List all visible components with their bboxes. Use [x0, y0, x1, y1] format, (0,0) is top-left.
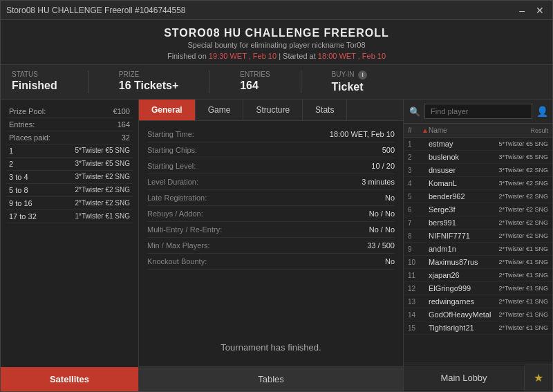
table-row[interactable]: 15 Tightisright21 2*Twister €1 SNG: [404, 321, 552, 335]
table-row[interactable]: 9 andm1n 2*Twister €1 SNG: [404, 243, 552, 256]
started-time: 18:00 WET , Feb 10: [318, 52, 386, 60]
tournament-dates: Finished on 19:30 WET , Feb 10 | Started…: [1, 52, 552, 60]
list-item: Starting Time:18:00 WET, Feb 10: [147, 127, 395, 142]
list-item: Rebuys / Addon:No / No: [147, 206, 395, 222]
finished-label: Finished on: [167, 52, 207, 60]
table-row[interactable]: 4 KomanL 3*Twister €2 SNG: [404, 177, 552, 190]
table-row[interactable]: 8 NIFNIF7771 2*Twister €2 SNG: [404, 230, 552, 243]
list-item: Knockout Bounty:No: [147, 254, 395, 270]
table-row[interactable]: 1 estmay 5*Twister €5 SNG: [404, 138, 552, 151]
stats-bar: Status Finished Prize 16 Tickets+ Entrie…: [1, 65, 552, 100]
minimize-button[interactable]: –: [516, 6, 527, 15]
tournament-finished-message: Tournament has finished.: [139, 328, 403, 366]
places-paid-value: 32: [122, 133, 130, 142]
table-row[interactable]: 2 buslenok 3*Twister €5 SNG: [404, 151, 552, 164]
left-panel: Prize Pool: €100 Entries: 164 Places pai…: [1, 100, 139, 391]
list-item: 9 to 162*Twister €2 SNG: [6, 197, 133, 210]
tournament-title: STORO08 HU CHALLENGE FREEROLL: [1, 27, 552, 39]
entries-count-label: Entries:: [9, 120, 35, 129]
list-item: Multi-Entry / Re-Entry:No / No: [147, 222, 395, 238]
prize-value: 16 Tickets+: [119, 80, 178, 92]
list-item: Level Duration:3 minutes: [147, 174, 395, 190]
entries-row: Entries: 164: [6, 118, 133, 131]
prize-rows: 15*Twister €5 SNG23*Twister €5 SNG3 to 4…: [6, 144, 133, 223]
search-bar: 🔍 👤: [404, 100, 552, 124]
tournament-header: STORO08 HU CHALLENGE FREEROLL Special bo…: [1, 20, 552, 65]
table-row[interactable]: 13 redwingarnes 2*Twister €1 SNG: [404, 295, 552, 308]
entries-label: Entries: [240, 71, 270, 78]
tab-stats[interactable]: Stats: [303, 100, 347, 120]
stat-divider-3: [301, 71, 301, 93]
col-result-header: Result: [500, 127, 548, 134]
window-title: Storo08 HU CHALLENGE Freeroll #104674455…: [6, 6, 185, 15]
buyin-label: Buy-in i: [332, 71, 368, 80]
stat-entries: Entries 164: [240, 71, 270, 93]
main-window: Storo08 HU CHALLENGE Freeroll #104674455…: [0, 0, 553, 392]
list-item: 3 to 43*Twister €2 SNG: [6, 171, 133, 184]
table-row[interactable]: 11 xjapan26 2*Twister €1 SNG: [404, 269, 552, 282]
col-name-header: Name: [429, 127, 500, 134]
prize-pool-value: €100: [113, 107, 130, 115]
finished-time: 19:30 WET , Feb 10: [209, 52, 276, 60]
col-sort-icon[interactable]: ▲: [422, 127, 429, 134]
stat-divider-1: [88, 71, 88, 93]
titlebar: Storo08 HU CHALLENGE Freeroll #104674455…: [1, 1, 552, 20]
places-paid-label: Places paid:: [9, 133, 50, 142]
stat-status: Status Finished: [12, 71, 57, 93]
places-paid-row: Places paid: 32: [6, 131, 133, 144]
satellites-button[interactable]: Satellites: [1, 367, 138, 391]
window-controls: – ✕: [516, 6, 547, 15]
prize-table: Prize Pool: €100 Entries: 164 Places pai…: [1, 100, 138, 367]
col-num-header: #: [408, 127, 422, 134]
tournament-subtitle: Special bounty for eliminating player ni…: [1, 41, 552, 49]
buyin-value: Ticket: [332, 81, 368, 93]
right-panel: 🔍 👤 # ▲ Name Result 1 estmay 5*Twister €…: [404, 100, 552, 391]
tables-button[interactable]: Tables: [139, 366, 403, 391]
tab-game[interactable]: Game: [196, 100, 244, 120]
tab-general[interactable]: General: [139, 100, 196, 120]
player-list: 1 estmay 5*Twister €5 SNG 2 buslenok 3*T…: [404, 138, 552, 364]
list-item: Starting Level:10 / 20: [147, 158, 395, 174]
table-row[interactable]: 12 ElGringo999 2*Twister €1 SNG: [404, 282, 552, 295]
stat-divider-2: [209, 71, 209, 93]
close-button[interactable]: ✕: [533, 6, 547, 15]
table-row[interactable]: 10 Maximus87rus 2*Twister €1 SNG: [404, 256, 552, 269]
favorite-button[interactable]: ★: [525, 364, 552, 391]
status-label: Status: [12, 71, 57, 78]
stat-buyin: Buy-in i Ticket: [332, 71, 368, 93]
list-item: Min / Max Players:33 / 500: [147, 238, 395, 254]
entries-count-value: 164: [118, 120, 130, 129]
table-row[interactable]: 5 bender962 2*Twister €2 SNG: [404, 190, 552, 203]
player-icon[interactable]: 👤: [536, 106, 548, 117]
tab-bar: General Game Structure Stats: [139, 100, 403, 121]
prize-label: Prize: [119, 71, 178, 78]
prize-pool-row: Prize Pool: €100: [6, 105, 133, 118]
bottom-bar: Main Lobby ★: [404, 364, 552, 391]
list-item: 17 to 321*Twister €1 SNG: [6, 210, 133, 223]
main-content: Prize Pool: €100 Entries: 164 Places pai…: [1, 100, 552, 391]
list-item: 5 to 82*Twister €2 SNG: [6, 184, 133, 197]
main-lobby-button[interactable]: Main Lobby: [404, 366, 525, 390]
table-row[interactable]: 6 Serge3f 2*Twister €2 SNG: [404, 203, 552, 216]
general-info: Starting Time:18:00 WET, Feb 10Starting …: [139, 121, 403, 328]
star-icon: ★: [534, 371, 543, 384]
list-item: Late Registration:No: [147, 190, 395, 206]
stat-prize: Prize 16 Tickets+: [119, 71, 178, 93]
prize-pool-label: Prize Pool:: [9, 107, 46, 115]
search-input[interactable]: [424, 104, 532, 119]
list-item: Starting Chips:500: [147, 142, 395, 158]
table-row[interactable]: 14 GodOfHeavyMetal 2*Twister €1 SNG: [404, 308, 552, 321]
search-icon: 🔍: [409, 106, 420, 117]
entries-value: 164: [240, 80, 270, 92]
table-row[interactable]: 3 dnsuser 3*Twister €2 SNG: [404, 164, 552, 177]
list-item: 15*Twister €5 SNG: [6, 144, 133, 158]
table-row[interactable]: 7 bers991 2*Twister €2 SNG: [404, 216, 552, 230]
buyin-info-icon[interactable]: i: [358, 71, 367, 80]
started-label: Started at: [283, 52, 316, 60]
center-panel: General Game Structure Stats Starting Ti…: [139, 100, 404, 391]
player-list-header: # ▲ Name Result: [404, 124, 552, 138]
tab-structure[interactable]: Structure: [243, 100, 303, 120]
status-value: Finished: [12, 80, 57, 92]
list-item: 23*Twister €5 SNG: [6, 158, 133, 171]
